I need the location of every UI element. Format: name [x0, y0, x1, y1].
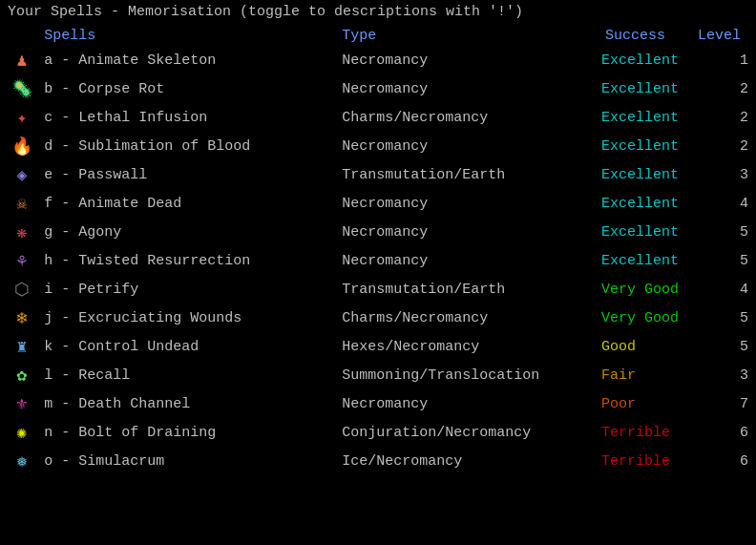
- spell-name[interactable]: c - Lethal Infusion: [44, 103, 342, 132]
- spell-icon: ⬡: [14, 279, 30, 300]
- spell-name[interactable]: j - Excruciating Wounds: [44, 304, 342, 332]
- spell-table: Spells Type Success Level ♟ a - Animate …: [8, 26, 748, 475]
- col-header-level: Level: [698, 26, 748, 46]
- spell-icon: ⚜: [17, 393, 28, 414]
- spell-success: Excellent: [601, 160, 698, 189]
- col-header-icon: [8, 26, 44, 46]
- spell-name[interactable]: h - Twisted Resurrection: [44, 246, 342, 275]
- table-row: ☠ f - Animate Dead Necromancy Excellent …: [8, 189, 748, 218]
- table-row: ✿ l - Recall Summoning/Translocation Fai…: [8, 361, 748, 389]
- table-row: ⚜ m - Death Channel Necromancy Poor 7: [8, 389, 748, 418]
- table-row: ⬡ i - Petrify Transmutation/Earth Very G…: [8, 275, 748, 304]
- spell-name[interactable]: o - Simulacrum: [44, 447, 342, 475]
- spell-success: Excellent: [601, 132, 698, 160]
- spell-icon: 🦠: [11, 78, 32, 99]
- table-row: 🔥 d - Sublimation of Blood Necromancy Ex…: [8, 132, 748, 160]
- spell-icon: ♟: [17, 50, 28, 71]
- spell-icon-cell: ⬡: [8, 275, 44, 304]
- spell-level: 2: [698, 74, 748, 103]
- spell-success: Fair: [601, 361, 698, 389]
- spell-name[interactable]: d - Sublimation of Blood: [44, 132, 342, 160]
- spell-icon: ❋: [17, 221, 28, 242]
- spell-icon-cell: ⚘: [8, 246, 44, 275]
- spell-success: Excellent: [601, 189, 698, 218]
- spell-type: Ice/Necromancy: [342, 447, 601, 475]
- spell-icon: 🔥: [11, 136, 32, 157]
- spell-icon-cell: ⚜: [8, 389, 44, 418]
- spell-type: Necromancy: [342, 132, 601, 160]
- spell-type: Necromancy: [342, 46, 601, 74]
- spell-success: Poor: [601, 389, 698, 418]
- spell-type: Necromancy: [342, 218, 601, 246]
- spell-icon: ♜: [17, 336, 28, 357]
- table-row: ✦ c - Lethal Infusion Charms/Necromancy …: [8, 103, 748, 132]
- spell-name[interactable]: a - Animate Skeleton: [44, 46, 342, 74]
- col-header-type: Type: [342, 26, 601, 46]
- spell-name[interactable]: b - Corpse Rot: [44, 74, 342, 103]
- spell-level: 2: [698, 103, 748, 132]
- spell-name[interactable]: l - Recall: [44, 361, 342, 389]
- spell-type: Hexes/Necromancy: [342, 332, 601, 361]
- spell-icon: ❅: [17, 451, 28, 472]
- spell-type: Necromancy: [342, 389, 601, 418]
- spell-name[interactable]: f - Animate Dead: [44, 189, 342, 218]
- spell-icon-cell: 🔥: [8, 132, 44, 160]
- spell-icon: ✺: [17, 422, 28, 443]
- col-header-success: Success: [601, 26, 698, 46]
- spell-icon: ◈: [17, 164, 28, 185]
- spell-type: Conjuration/Necromancy: [342, 418, 601, 447]
- spell-type: Charms/Necromancy: [342, 103, 601, 132]
- spell-type: Charms/Necromancy: [342, 304, 601, 332]
- spell-icon: ✿: [17, 365, 28, 386]
- spell-success: Very Good: [601, 275, 698, 304]
- spell-success: Very Good: [601, 304, 698, 332]
- spell-level: 7: [698, 389, 748, 418]
- spell-level: 2: [698, 132, 748, 160]
- spell-level: 3: [698, 160, 748, 189]
- spell-level: 5: [698, 246, 748, 275]
- spell-success: Excellent: [601, 74, 698, 103]
- col-header-spells: Spells: [44, 26, 342, 46]
- spell-icon-cell: ◈: [8, 160, 44, 189]
- spell-icon-cell: ❄: [8, 304, 44, 332]
- table-row: 🦠 b - Corpse Rot Necromancy Excellent 2: [8, 74, 748, 103]
- spell-icon-cell: ✦: [8, 103, 44, 132]
- table-row: ❅ o - Simulacrum Ice/Necromancy Terrible…: [8, 447, 748, 475]
- spell-success: Terrible: [601, 447, 698, 475]
- table-row: ✺ n - Bolt of Draining Conjuration/Necro…: [8, 418, 748, 447]
- spell-level: 6: [698, 447, 748, 475]
- spell-level: 1: [698, 46, 748, 74]
- spell-level: 5: [698, 332, 748, 361]
- page-header: Your Spells - Memorisation (toggle to de…: [8, 4, 748, 20]
- table-row: ◈ e - Passwall Transmutation/Earth Excel…: [8, 160, 748, 189]
- spell-type: Necromancy: [342, 74, 601, 103]
- spell-icon-cell: 🦠: [8, 74, 44, 103]
- spell-icon-cell: ✿: [8, 361, 44, 389]
- spell-icon-cell: ❅: [8, 447, 44, 475]
- spell-type: Transmutation/Earth: [342, 275, 601, 304]
- spell-icon: ❄: [17, 307, 28, 328]
- table-row: ♟ a - Animate Skeleton Necromancy Excell…: [8, 46, 748, 74]
- spell-type: Summoning/Translocation: [342, 361, 601, 389]
- spell-icon-cell: ❋: [8, 218, 44, 246]
- spell-name[interactable]: e - Passwall: [44, 160, 342, 189]
- spell-type: Transmutation/Earth: [342, 160, 601, 189]
- spell-icon: ✦: [17, 107, 28, 128]
- table-row: ♜ k - Control Undead Hexes/Necromancy Go…: [8, 332, 748, 361]
- spell-type: Necromancy: [342, 246, 601, 275]
- spell-name[interactable]: m - Death Channel: [44, 389, 342, 418]
- spell-level: 5: [698, 218, 748, 246]
- spell-level: 5: [698, 304, 748, 332]
- spell-icon-cell: ✺: [8, 418, 44, 447]
- table-row: ⚘ h - Twisted Resurrection Necromancy Ex…: [8, 246, 748, 275]
- spell-name[interactable]: i - Petrify: [44, 275, 342, 304]
- table-row: ❄ j - Excruciating Wounds Charms/Necroma…: [8, 304, 748, 332]
- spell-name[interactable]: k - Control Undead: [44, 332, 342, 361]
- spell-icon: ☠: [17, 193, 28, 214]
- spell-success: Good: [601, 332, 698, 361]
- spell-name[interactable]: n - Bolt of Draining: [44, 418, 342, 447]
- spell-success: Excellent: [601, 103, 698, 132]
- spell-icon-cell: ♟: [8, 46, 44, 74]
- spell-level: 6: [698, 418, 748, 447]
- spell-name[interactable]: g - Agony: [44, 218, 342, 246]
